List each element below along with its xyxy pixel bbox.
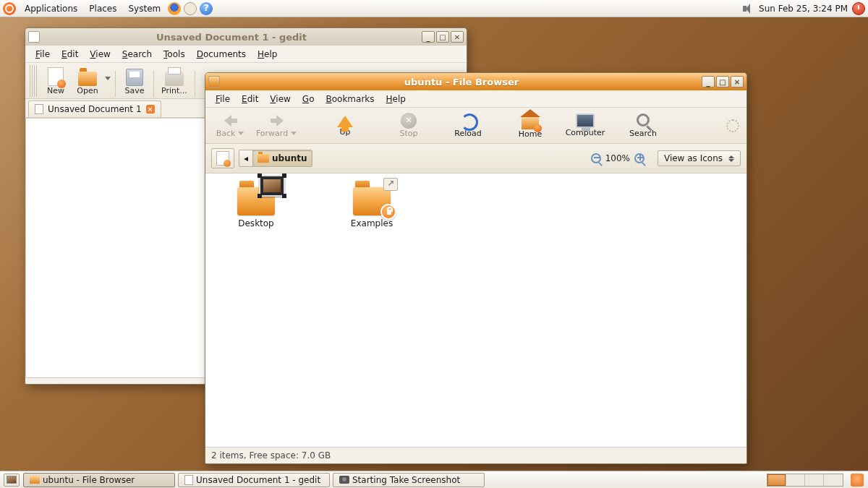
toolbar-separator [153, 71, 154, 97]
fb-menu-file[interactable]: File [210, 92, 236, 106]
task-label: ubuntu - File Browser [43, 475, 135, 485]
desktop-emblem-icon [259, 175, 285, 197]
open-folder-icon [78, 72, 97, 86]
gedit-menu-tools[interactable]: Tools [158, 47, 191, 61]
gedit-new-button[interactable]: New [40, 66, 72, 97]
forward-arrow-icon [268, 113, 286, 129]
filebrowser-toolbar: Back Forward Up ✕ Stop Reload [205, 108, 746, 144]
computer-button[interactable]: Computer [560, 112, 610, 139]
zoom-out-button[interactable] [591, 153, 601, 163]
folder-label: Examples [351, 218, 393, 228]
throbber-icon [726, 119, 739, 132]
camera-icon [339, 476, 349, 484]
folder-item-examples[interactable]: Examples [336, 187, 408, 228]
workspace-3[interactable] [805, 474, 824, 486]
edit-location-button[interactable] [211, 148, 234, 168]
filebrowser-maximize-button[interactable]: □ [716, 76, 729, 87]
gedit-open-button[interactable]: Open [72, 67, 103, 97]
filebrowser-close-button[interactable]: ✕ [731, 76, 744, 87]
view-mode-selector[interactable]: View as Icons [658, 150, 741, 166]
toolbar-grip[interactable] [30, 65, 37, 97]
gedit-menubar: File Edit View Search Tools Documents He… [25, 46, 467, 63]
icon-view-area[interactable]: Desktop Examples [205, 174, 746, 447]
search-label: Search [629, 129, 657, 138]
up-button[interactable]: Up [324, 113, 366, 138]
workspace-4[interactable] [824, 474, 843, 486]
folder-icon [258, 154, 269, 163]
workspace-1[interactable] [767, 474, 786, 486]
gedit-app-icon [28, 31, 40, 43]
zoom-in-button[interactable] [634, 153, 644, 163]
shutdown-icon[interactable] [852, 2, 865, 15]
tab-close-button[interactable]: × [146, 105, 155, 114]
firefox-launcher-icon[interactable] [168, 2, 181, 15]
gedit-menu-view[interactable]: View [84, 47, 116, 61]
status-text: 2 items, Free space: 7.0 GB [211, 450, 331, 461]
file-browser-window[interactable]: ubuntu - File Browser _ □ ✕ File Edit Vi… [205, 72, 747, 464]
back-dropdown-icon[interactable] [238, 132, 244, 135]
breadcrumb-ubuntu[interactable]: ubuntu [253, 150, 312, 166]
stop-button[interactable]: ✕ Stop [388, 111, 430, 140]
location-bar: ◂ ubuntu 100% View as Icons [205, 144, 746, 174]
task-file-browser[interactable]: ubuntu - File Browser [23, 473, 175, 487]
back-label: Back [216, 129, 236, 138]
evolution-launcher-icon[interactable] [184, 2, 197, 15]
filebrowser-app-icon [208, 76, 220, 87]
fb-menu-help[interactable]: Help [380, 92, 412, 106]
folder-item-desktop[interactable]: Desktop [220, 187, 292, 228]
note-icon [216, 151, 229, 166]
symlink-emblem-icon [383, 178, 398, 191]
reload-button[interactable]: Reload [447, 111, 489, 140]
filebrowser-minimize-button[interactable]: _ [702, 76, 715, 87]
filebrowser-title: ubuntu - File Browser [223, 77, 700, 87]
trash-icon[interactable] [851, 474, 864, 487]
help-launcher-icon[interactable]: ? [200, 2, 213, 15]
filebrowser-titlebar[interactable]: ubuntu - File Browser _ □ ✕ [205, 73, 746, 90]
gedit-menu-help[interactable]: Help [252, 47, 283, 61]
places-menu[interactable]: Places [83, 2, 122, 15]
clock[interactable]: Sun Feb 25, 3:24 PM [759, 4, 848, 14]
bottom-panel: ubuntu - File Browser Unsaved Document 1… [0, 471, 868, 488]
task-gedit[interactable]: Unsaved Document 1 - gedit [178, 473, 330, 487]
home-icon [522, 116, 539, 129]
search-button[interactable]: Search [622, 112, 664, 140]
path-back-button[interactable]: ◂ [239, 150, 253, 166]
gedit-save-button[interactable]: Save [119, 67, 150, 97]
fb-menu-view[interactable]: View [264, 92, 296, 106]
system-menu[interactable]: System [122, 2, 166, 15]
gedit-print-button[interactable]: Print... [157, 69, 192, 97]
forward-button[interactable]: Forward [252, 111, 302, 140]
gedit-menu-documents[interactable]: Documents [191, 47, 252, 61]
show-desktop-icon [7, 476, 17, 484]
search-icon [637, 114, 650, 127]
view-mode-label: View as Icons [664, 153, 723, 163]
ubuntu-logo-icon [3, 2, 16, 15]
home-button[interactable]: Home [509, 111, 551, 140]
task-screenshot[interactable]: Starting Take Screenshot [333, 473, 485, 487]
workspace-2[interactable] [786, 474, 805, 486]
fb-menu-edit[interactable]: Edit [236, 92, 264, 106]
gedit-menu-file[interactable]: File [30, 47, 56, 61]
show-desktop-button[interactable] [4, 474, 20, 487]
forward-dropdown-icon[interactable] [291, 132, 297, 135]
fb-menu-go[interactable]: Go [297, 92, 320, 106]
back-button[interactable]: Back [210, 111, 252, 140]
print-icon [165, 72, 184, 86]
gedit-minimize-button[interactable]: _ [422, 31, 435, 43]
workspace-switcher[interactable] [767, 474, 843, 487]
fb-menu-bookmarks[interactable]: Bookmarks [320, 92, 380, 106]
gedit-close-button[interactable]: ✕ [451, 31, 464, 43]
gedit-maximize-button[interactable]: □ [436, 31, 449, 43]
volume-icon[interactable] [743, 4, 754, 14]
toolbar-separator [115, 71, 116, 97]
stop-icon: ✕ [401, 113, 417, 129]
gedit-menu-edit[interactable]: Edit [56, 47, 84, 61]
readonly-emblem-icon [380, 204, 396, 220]
gedit-document-tab[interactable]: Unsaved Document 1 × [28, 100, 161, 117]
gedit-menu-search[interactable]: Search [116, 47, 158, 61]
gedit-titlebar[interactable]: Unsaved Document 1 - gedit _ □ ✕ [25, 28, 467, 46]
applications-menu[interactable]: Applications [19, 2, 83, 15]
print-label: Print... [161, 86, 187, 95]
toolbar-separator [195, 71, 195, 97]
open-dropdown-arrow-icon[interactable] [105, 77, 111, 80]
